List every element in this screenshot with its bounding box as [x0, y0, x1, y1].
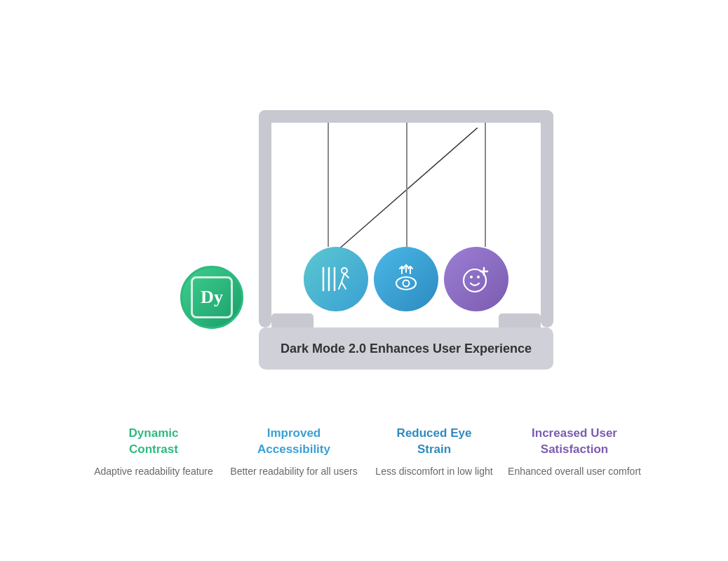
balls-row — [304, 247, 508, 311]
feature-title-improved-accessibility: ImprovedAccessibility — [227, 426, 360, 457]
info-section: DynamicContrast Adaptive readability fea… — [76, 426, 652, 478]
ball-strings — [295, 123, 517, 247]
feature-title-dynamic-contrast: DynamicContrast — [87, 426, 220, 457]
cradle-area: Dy — [147, 82, 581, 405]
satisfaction-icon — [458, 261, 494, 297]
info-card-reduced-eye-strain: Reduced EyeStrain Less discomfort in low… — [368, 426, 501, 478]
svg-point-20 — [464, 269, 486, 292]
feature-desc-increased-user-satisfaction: Enhanced overall user comfort — [508, 464, 641, 479]
frame-right-bar — [541, 110, 553, 327]
ball-satisfaction — [444, 247, 508, 311]
string-3 — [485, 123, 486, 247]
info-card-dynamic-contrast: DynamicContrast Adaptive readability fea… — [87, 426, 220, 478]
dy-bracket: Dy — [191, 276, 233, 318]
string-1 — [328, 123, 329, 247]
feature-desc-reduced-eye-strain: Less discomfort in low light — [368, 464, 501, 479]
eye-icon — [388, 261, 424, 297]
dy-label: Dy — [201, 287, 223, 308]
feature-desc-improved-accessibility: Better readability for all users — [227, 464, 360, 479]
svg-point-10 — [403, 280, 410, 287]
frame-left-bar — [259, 110, 271, 327]
base-right-leg — [499, 313, 541, 327]
svg-point-21 — [470, 276, 473, 278]
feature-title-reduced-eye-strain: Reduced EyeStrain — [368, 426, 501, 457]
string-2 — [406, 123, 407, 247]
feature-desc-dynamic-contrast: Adaptive readability feature — [87, 464, 220, 479]
frame-top-bar — [259, 110, 553, 123]
feature-title-increased-user-satisfaction: Increased UserSatisfaction — [508, 426, 641, 457]
ball-eye — [374, 247, 438, 311]
svg-point-4 — [342, 268, 347, 273]
frame-base: Dark Mode 2.0 Enhances User Experience — [259, 327, 553, 370]
svg-point-9 — [396, 277, 416, 290]
svg-line-6 — [339, 282, 342, 289]
accessibility-icon — [318, 261, 354, 297]
svg-line-8 — [344, 273, 349, 278]
svg-line-5 — [342, 273, 344, 282]
base-label: Dark Mode 2.0 Enhances User Experience — [281, 342, 532, 356]
info-card-improved-accessibility: ImprovedAccessibility Better readability… — [227, 426, 360, 478]
cradle-frame: Dark Mode 2.0 Enhances User Experience — [259, 110, 553, 370]
svg-line-7 — [342, 282, 346, 289]
info-card-increased-user-satisfaction: Increased UserSatisfaction Enhanced over… — [508, 426, 641, 478]
svg-point-22 — [477, 276, 480, 278]
base-left-leg — [271, 313, 314, 327]
dy-ball: Dy — [180, 266, 243, 329]
ball-accessibility — [304, 247, 368, 311]
main-container: Dy — [48, 82, 680, 478]
